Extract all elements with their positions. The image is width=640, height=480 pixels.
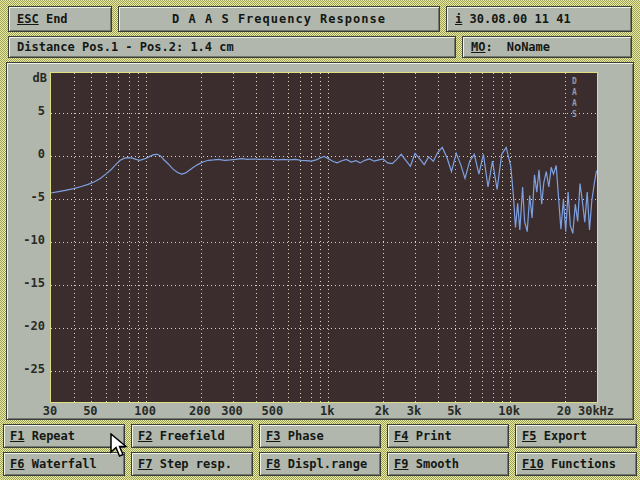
fkey-action-label: Freefield <box>160 429 225 443</box>
window-title: D A A S Frequency Response <box>118 6 440 32</box>
esc-end-button[interactable]: ESC End <box>8 6 112 32</box>
x-tick-label: 20 <box>557 405 571 418</box>
x-tick-label: 3k <box>407 405 421 418</box>
fkey-label: F1 <box>10 429 24 443</box>
y-tick-label: -25 <box>7 363 45 376</box>
fkey-label: F9 <box>394 457 408 471</box>
mo-value: NoName <box>507 40 550 54</box>
fkey-label: F3 <box>266 429 280 443</box>
x-tick-label: 30 <box>43 405 57 418</box>
mo-hotkey: MO <box>471 40 485 54</box>
fkey-label: F10 <box>522 457 544 471</box>
info-datetime-button[interactable]: i 30.08.00 11 41 <box>446 6 632 32</box>
x-tick-label: 30kHz <box>578 405 614 418</box>
header-row-1: ESC End D A A S Frequency Response i 30.… <box>8 6 632 32</box>
f3-phase-button[interactable]: F3 Phase <box>259 424 381 448</box>
f9-smooth-button[interactable]: F9 Smooth <box>387 452 509 476</box>
fkey-action-label: Displ.range <box>288 457 367 471</box>
esc-hotkey: ESC <box>17 12 39 26</box>
x-tick-label: 50 <box>83 405 97 418</box>
y-tick-label: 5 <box>7 105 45 118</box>
fkey-action-label: Export <box>544 429 587 443</box>
f7-step-resp-button[interactable]: F7 Step resp. <box>131 452 253 476</box>
header-row-2: Distance Pos.1 - Pos.2: 1.4 cm MO:NoName <box>8 36 632 58</box>
x-tick-label: 200 <box>189 405 211 418</box>
app-screen: ESC End D A A S Frequency Response i 30.… <box>0 0 640 480</box>
f2-freefield-button[interactable]: F2 Freefield <box>131 424 253 448</box>
y-tick-label: -20 <box>7 320 45 333</box>
fkey-action-label: Step resp. <box>160 457 232 471</box>
x-tick-label: 500 <box>262 405 284 418</box>
fkey-action-label: Waterfall <box>32 457 97 471</box>
y-tick-label: -10 <box>7 234 45 247</box>
distance-status: Distance Pos.1 - Pos.2: 1.4 cm <box>8 36 456 58</box>
f8-displ-range-button[interactable]: F8 Displ.range <box>259 452 381 476</box>
f6-waterfall-button[interactable]: F6 Waterfall <box>3 452 125 476</box>
mo-separator: : <box>485 40 492 54</box>
x-tick-label: 100 <box>134 405 156 418</box>
fkey-label: F2 <box>138 429 152 443</box>
x-tick-label: 5k <box>447 405 461 418</box>
f4-print-button[interactable]: F4 Print <box>387 424 509 448</box>
daas-watermark: DAAS <box>570 77 579 121</box>
title-text: D A A S Frequency Response <box>172 12 386 26</box>
datetime-text: 30.08.00 11 41 <box>469 12 570 26</box>
esc-label: End <box>46 12 68 26</box>
plot-canvas <box>51 73 597 402</box>
x-tick-label: 2k <box>375 405 389 418</box>
fkey-label: F8 <box>266 457 280 471</box>
y-tick-label: -15 <box>7 277 45 290</box>
f1-repeat-button[interactable]: F1 Repeat <box>3 424 125 448</box>
y-axis-unit-label: dB <box>7 71 47 85</box>
f5-export-button[interactable]: F5 Export <box>515 424 637 448</box>
chart-panel: dB 5 0 -5 -10 -15 -20 -25 DAAS 30 50 100… <box>6 62 634 420</box>
distance-text: Distance Pos.1 - Pos.2: 1.4 cm <box>17 40 234 54</box>
function-key-toolbar: F1 Repeat F2 Freefield F3 Phase F4 Print… <box>3 424 637 480</box>
fkey-action-label: Smooth <box>416 457 459 471</box>
y-tick-label: 0 <box>7 148 45 161</box>
x-tick-label: 10k <box>498 405 520 418</box>
f10-functions-button[interactable]: F10 Functions <box>515 452 637 476</box>
x-tick-label: 300 <box>221 405 243 418</box>
fkey-action-label: Print <box>416 429 452 443</box>
frequency-response-plot: DAAS <box>50 72 598 403</box>
fkey-action-label: Repeat <box>32 429 75 443</box>
fkey-action-label: Functions <box>551 457 616 471</box>
fkey-row-2: F6 Waterfall F7 Step resp. F8 Displ.rang… <box>3 452 637 476</box>
y-tick-label: -5 <box>7 191 45 204</box>
info-hotkey: i <box>455 12 462 26</box>
fkey-action-label: Phase <box>288 429 324 443</box>
fkey-row-1: F1 Repeat F2 Freefield F3 Phase F4 Print… <box>3 424 637 448</box>
fkey-label: F4 <box>394 429 408 443</box>
fkey-label: F6 <box>10 457 24 471</box>
fkey-label: F5 <box>522 429 536 443</box>
x-tick-label: 1k <box>320 405 334 418</box>
mo-name-button[interactable]: MO:NoName <box>462 36 632 58</box>
fkey-label: F7 <box>138 457 152 471</box>
